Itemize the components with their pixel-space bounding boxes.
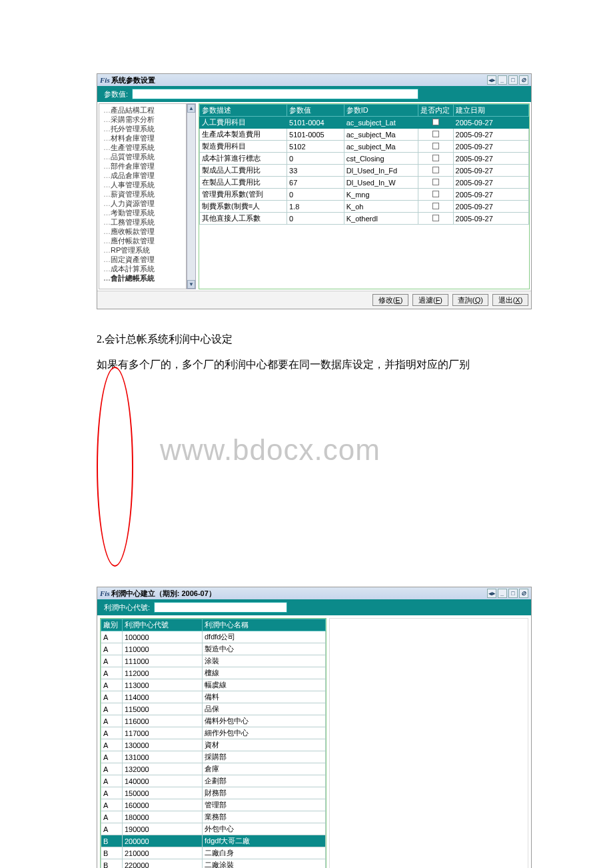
table-row[interactable]: A110000製造中心	[101, 643, 326, 655]
titlebar[interactable]: Fis 系统参数设置 ◂▸ _ □ ⊘	[97, 74, 531, 86]
tree-node[interactable]: 材料倉庫管理	[103, 133, 186, 143]
column-header[interactable]: 建立日期	[453, 105, 528, 117]
cell-name: 採購部	[203, 751, 326, 763]
tree-node[interactable]: 品質管理系統	[103, 152, 186, 161]
table-row[interactable]: A131000採購部	[101, 751, 326, 763]
tree-node[interactable]: 應付帳款管理	[103, 236, 186, 245]
過濾-button[interactable]: 過濾(F)	[412, 294, 448, 306]
table-row[interactable]: A111000涂裝	[101, 655, 326, 667]
column-header[interactable]: 利潤中心代號	[123, 619, 203, 631]
修改-button[interactable]: 修改(E)	[372, 294, 408, 306]
table-row[interactable]: A116000備料外包中心	[101, 715, 326, 727]
param-value-input[interactable]	[132, 89, 418, 99]
table-row[interactable]: A190000外包中心	[101, 823, 326, 835]
minimize-icon[interactable]: _	[498, 75, 507, 85]
tree-node[interactable]: 人事管理系統	[103, 180, 186, 189]
tree-node[interactable]: 應收帳款管理	[103, 227, 186, 236]
查詢-button[interactable]: 查詢(Q)	[452, 294, 488, 306]
cell-checkbox[interactable]	[418, 153, 453, 165]
table-row[interactable]: A140000企劃部	[101, 775, 326, 787]
module-tree[interactable]: 產品結構工程采購需求分析托外管理系統材料倉庫管理生產管理系統品質管理系統部件倉庫…	[99, 103, 187, 289]
column-header[interactable]: 参数值	[287, 105, 344, 117]
table-row[interactable]: 生產成本製造費用5101-0005ac_subject_Ma2005-09-27	[200, 129, 529, 141]
cell-checkbox[interactable]	[418, 165, 453, 177]
tree-node[interactable]: 產品結構工程	[103, 105, 186, 115]
column-header[interactable]: 利潤中心名稱	[203, 619, 326, 631]
table-row[interactable]: A132000倉庫	[101, 763, 326, 775]
cell-checkbox[interactable]	[418, 201, 453, 213]
table-row[interactable]: B200000fdgdf大哥二廠	[101, 835, 326, 847]
table-row[interactable]: A100000dfdfd公司	[101, 631, 326, 643]
table-row[interactable]: B220000二廠涂裝	[101, 859, 326, 869]
scroll-down-icon[interactable]: ▼	[187, 280, 195, 289]
maximize-icon[interactable]: □	[508, 75, 518, 85]
column-header[interactable]: 廠別	[101, 619, 123, 631]
column-header[interactable]: 是否内定	[418, 105, 453, 117]
cell-value: 0	[287, 189, 344, 201]
table-row[interactable]: A160000管理部	[101, 799, 326, 811]
tree-node[interactable]: 工務管理系統	[103, 217, 186, 227]
table-row[interactable]: 管理費用系數(管到0K_mng2005-09-27	[200, 189, 529, 201]
params-grid[interactable]: 参数描述参数值参数ID是否内定建立日期 人工費用科目5101-0004ac_su…	[199, 103, 530, 289]
table-row[interactable]: A150000財務部	[101, 787, 326, 799]
maximize-icon[interactable]: □	[508, 589, 518, 598]
close-icon[interactable]: ⊘	[519, 589, 528, 598]
cell-factory: A	[101, 727, 123, 739]
tree-node[interactable]: 成本計算系統	[103, 264, 186, 273]
table-row[interactable]: 人工費用科目5101-0004ac_subject_Lat2005-09-27	[200, 117, 529, 129]
cell-value: 1.8	[287, 201, 344, 213]
column-header[interactable]: 参数描述	[200, 105, 287, 117]
cell-checkbox[interactable]	[418, 189, 453, 201]
table-row[interactable]: 其他直接人工系數0K_otherdl2005-09-27	[200, 213, 529, 225]
cell-code: 180000	[123, 811, 203, 823]
table-row[interactable]: A130000資材	[101, 739, 326, 751]
titlebar[interactable]: Fis 利潤中心建立（期別: 2006-07） ◂▸ _ □ ⊘	[97, 587, 531, 599]
cell-checkbox[interactable]	[418, 213, 453, 225]
table-row[interactable]: 製成品人工費用比33Dl_Used_In_Fd2005-09-27	[200, 165, 529, 177]
tree-scrollbar[interactable]: ▲ ▼	[187, 103, 196, 289]
退出-button[interactable]: 退出(X)	[492, 294, 528, 306]
tree-node[interactable]: 部件倉庫管理	[103, 161, 186, 171]
tree-node[interactable]: 生產管理系統	[103, 143, 186, 152]
cell-date: 2005-09-27	[453, 117, 528, 129]
table-row[interactable]: 在製品人工費用比67Dl_Used_In_W2005-09-27	[200, 177, 529, 189]
cell-checkbox[interactable]	[418, 177, 453, 189]
tree-node[interactable]: 托外管理系統	[103, 124, 186, 133]
table-row[interactable]: A180000業務部	[101, 811, 326, 823]
cell-checkbox[interactable]	[418, 117, 453, 129]
table-row[interactable]: A113000幅虞線	[101, 679, 326, 691]
cell-factory: A	[101, 703, 123, 715]
cell-date: 2005-09-27	[453, 153, 528, 165]
cell-code: 111000	[123, 655, 203, 667]
cell-checkbox[interactable]	[418, 129, 453, 141]
table-row[interactable]: A114000備料	[101, 691, 326, 703]
table-row[interactable]: 制費系數(制費=人1.8K_oh2005-09-27	[200, 201, 529, 213]
cell-name: 企劃部	[203, 775, 326, 787]
tree-node[interactable]: 人力資源管理	[103, 199, 186, 208]
table-row[interactable]: A117000細作外包中心	[101, 727, 326, 739]
scroll-up-icon[interactable]: ▲	[187, 104, 195, 113]
cell-name: 幅虞線	[203, 679, 326, 691]
table-row[interactable]: B210000二廠白身	[101, 847, 326, 859]
table-row[interactable]: 成本計算進行標志0cst_Closing2005-09-27	[200, 153, 529, 165]
tree-node[interactable]: 考勤管理系統	[103, 208, 186, 217]
tree-node[interactable]: 固定資產管理	[103, 255, 186, 264]
table-row[interactable]: 製造費用科目5102ac_subject_Ma2005-09-27	[200, 141, 529, 153]
profit-center-grid[interactable]: 廠別利潤中心代號利潤中心名稱 A100000dfdfd公司A110000製造中心…	[100, 618, 326, 868]
search-label: 参数值:	[104, 89, 128, 99]
help-icon[interactable]: ◂▸	[487, 589, 496, 598]
table-row[interactable]: A112000檀線	[101, 667, 326, 679]
table-row[interactable]: A115000品保	[101, 703, 326, 715]
tree-node[interactable]: 薪資管理系統	[103, 189, 186, 199]
profit-center-code-input[interactable]	[154, 602, 287, 613]
cell-checkbox[interactable]	[418, 141, 453, 153]
close-icon[interactable]: ⊘	[519, 75, 528, 85]
tree-node[interactable]: 采購需求分析	[103, 115, 186, 124]
cell-code: 130000	[123, 739, 203, 751]
tree-node[interactable]: RP管理系統	[103, 245, 186, 255]
minimize-icon[interactable]: _	[498, 589, 507, 598]
tree-node[interactable]: 會計總帳系統	[103, 273, 186, 283]
help-icon[interactable]: ◂▸	[487, 75, 496, 85]
column-header[interactable]: 参数ID	[344, 105, 418, 117]
tree-node[interactable]: 成品倉庫管理	[103, 171, 186, 180]
